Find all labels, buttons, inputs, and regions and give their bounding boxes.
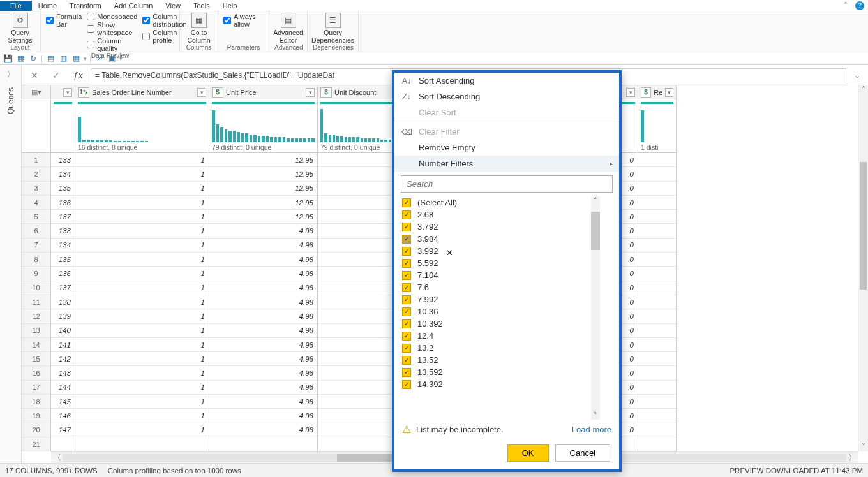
row-header[interactable]: 6 [22,224,50,238]
row-header[interactable]: 7 [22,238,50,253]
column-header[interactable]: $Unit Price▾ [209,85,317,99]
filter-value-row[interactable]: ✓3.792 [402,221,605,233]
cell[interactable]: 145 [51,395,75,409]
cell[interactable]: 140 [51,324,75,338]
accept-formula-icon[interactable]: ✓ [47,68,65,82]
cell[interactable] [638,366,676,380]
cell[interactable]: 4.98 [209,295,317,309]
cell[interactable]: 4.98 [209,309,317,323]
cell[interactable] [638,182,676,196]
chevron-up-icon[interactable]: ˄ [841,1,850,10]
cell[interactable]: 4.98 [209,238,317,253]
cell[interactable]: 4.98 [209,366,317,380]
menu-file[interactable]: File [0,1,32,11]
branch-icon[interactable]: ⎇ [94,54,104,64]
column-header[interactable]: ▾ [51,85,75,99]
monospaced-checkbox[interactable]: Monospaced [87,13,137,20]
advanced-editor-button[interactable]: ▤ Advanced Editor [273,13,303,44]
cell[interactable] [638,153,676,167]
row-header[interactable]: 10 [22,281,50,295]
help-icon[interactable]: ? [855,1,864,10]
cell[interactable]: 1 [75,224,209,238]
cell[interactable]: 147 [51,423,75,437]
cell[interactable]: 1 [75,366,209,380]
cell[interactable]: 142 [51,352,75,366]
filter-value-row[interactable]: ✓12.4 [402,330,605,342]
menu-transform[interactable]: Transform [63,1,108,11]
menu-tools[interactable]: Tools [187,1,216,11]
filter-value-row[interactable]: ✓2.68 [402,209,605,221]
cell[interactable]: 1 [75,423,209,437]
cell[interactable] [638,238,676,253]
datatype-icon[interactable]: $ [212,87,223,98]
cell[interactable]: 12.95 [209,153,317,167]
cell[interactable]: 133 [51,153,75,167]
load-more-link[interactable]: Load more [572,425,611,434]
cell[interactable]: 1 [75,295,209,309]
cell[interactable]: 4.98 [209,395,317,409]
cell[interactable] [638,167,676,181]
cell[interactable]: 1 [75,167,209,181]
menu-home[interactable]: Home [32,1,63,11]
cell[interactable]: 135 [51,182,75,196]
cell[interactable]: 4.98 [209,423,317,437]
cell[interactable]: 137 [51,281,75,295]
filter-value-row[interactable]: ✓10.392 [402,318,605,330]
cell[interactable] [638,381,676,395]
cell[interactable]: 143 [51,366,75,380]
filter-value-row[interactable]: ✓7.104 [402,269,605,281]
show-whitespace-checkbox[interactable]: Show whitespace [87,21,137,36]
filter-value-row[interactable]: ✓14.392 [402,378,605,390]
vertical-scrollbar[interactable]: ˄ ˅ [858,85,868,451]
column-filter-dropdown[interactable]: ▾ [665,88,673,97]
filter-value-row[interactable]: ✓5.592 [402,257,605,269]
cell[interactable]: 134 [51,167,75,181]
cell[interactable]: 1 [75,381,209,395]
filter-list-scrollbar[interactable]: ˄ ˅ [591,196,600,420]
cell[interactable]: 12.95 [209,196,317,210]
row-header[interactable]: 9 [22,267,50,281]
row-header[interactable]: 17 [22,381,50,395]
column-filter-dropdown[interactable]: ▾ [63,88,72,97]
row-header[interactable]: 2 [22,167,50,181]
row-header[interactable]: 5 [22,210,50,224]
row-header[interactable]: 20 [22,423,50,437]
datatype-icon[interactable]: 1²₃ [78,87,89,98]
cell[interactable]: 4.98 [209,352,317,366]
cell[interactable]: 136 [51,267,75,281]
cancel-formula-icon[interactable]: ✕ [26,68,43,82]
cell[interactable]: 1 [75,267,209,281]
list-view-icon[interactable]: ▥ [58,54,68,64]
row-header[interactable]: 12 [22,309,50,323]
table-corner[interactable]: ▦▾ [22,85,50,99]
row-header[interactable]: 16 [22,366,50,380]
goto-column-button[interactable]: ▦ Go to Column [185,13,213,44]
fx-icon[interactable]: ƒx [69,68,87,82]
row-header[interactable]: 18 [22,395,50,409]
cell[interactable]: 146 [51,409,75,423]
cell[interactable]: 1 [75,352,209,366]
cell[interactable]: 12.95 [209,210,317,224]
filter-value-row[interactable]: ✓13.52 [402,354,605,366]
always-allow-checkbox[interactable]: Always allow [223,13,264,28]
cell[interactable] [638,324,676,338]
row-header[interactable]: 19 [22,409,50,423]
row-header[interactable]: 14 [22,338,50,352]
datatype-icon[interactable]: $ [320,87,332,98]
cell[interactable]: 133 [51,224,75,238]
cell[interactable] [638,253,676,267]
cell[interactable] [638,224,676,238]
row-header[interactable]: 21 [22,437,50,451]
diagram-small-icon[interactable]: ▣ [107,54,117,64]
cell[interactable]: 1 [75,338,209,352]
filter-value-row[interactable]: ✓13.2 [402,342,605,354]
cell[interactable] [638,338,676,352]
cell[interactable] [638,196,676,210]
cell[interactable]: 139 [51,309,75,323]
columns-icon[interactable]: ▦ [71,54,81,64]
datatype-icon[interactable]: $ [641,87,651,98]
cell[interactable]: 1 [75,153,209,167]
row-header[interactable]: 3 [22,182,50,196]
scroll-down-icon[interactable]: ˅ [858,443,868,451]
chevron-right-icon[interactable]: 〉 [7,69,15,80]
